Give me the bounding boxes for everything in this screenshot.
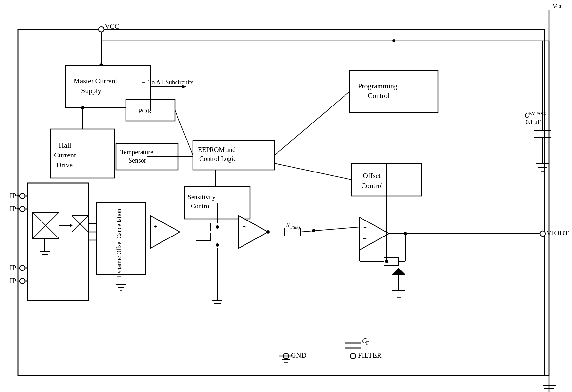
viout-label: VIOUT [547,229,569,237]
dynamic-offset-label: Dynamic Offset Cancellation [116,209,122,278]
ip-minus1-label: IP– [10,263,20,271]
svg-point-88 [81,106,84,109]
hall-label2: Current [54,151,76,159]
hall-label3: Drive [56,161,73,169]
ip-plus2-label: IP+ [10,204,20,213]
svg-point-5 [99,27,104,32]
offset-ctrl-label1: Offset [363,172,381,180]
amp2-minus: – [242,233,246,240]
prog-ctrl-label2: Control [368,91,390,100]
svg-point-24 [216,225,219,229]
ip-minus2-label: IP– [10,276,20,285]
gnd-label: GND [291,351,307,359]
ip-plus1-label: IP+ [10,191,20,200]
svg-point-95 [392,39,395,42]
sens-ctrl-label1: Sensitivity [188,193,216,201]
offset-ctrl-label2: Control [361,181,383,189]
svg-point-69 [20,265,25,270]
eeprom-label2: Control Logic [199,155,236,163]
temp-sensor-label2: Sensor [128,157,146,164]
cf-sub: F [366,340,369,346]
svg-rect-27 [196,233,211,241]
svg-rect-73 [28,183,88,301]
cbypass-val: 0.1 μF [526,119,541,125]
svg-point-65 [20,193,25,199]
svg-point-35 [540,231,545,236]
to-all-label: → To All Subcircuits [141,79,193,86]
svg-point-32 [312,229,315,232]
master-current-supply-label2: Supply [81,87,101,95]
filter-label: FILTER [358,351,382,359]
vcc-label: VCC [105,22,119,30]
eeprom-label1: EEPROM and [198,146,236,153]
prog-ctrl-label1: Programming [358,82,397,90]
cbypass-label: C [525,112,529,119]
amp3-minus: – [363,235,367,241]
master-current-supply-label: Master Current [74,77,117,85]
rf-int-label: R [286,222,290,228]
amp3-plus: + [363,224,367,231]
svg-point-67 [20,206,25,212]
svg-rect-12 [350,70,438,113]
amp1-minus: – [153,233,157,240]
vcc-top-sub: CC [556,4,563,9]
temp-sensor-label1: Temperature [120,148,153,156]
amp2-plus: + [243,223,246,230]
svg-point-120 [216,243,219,247]
rf-int-sub: F(int) [290,225,300,230]
amp1-plus: + [154,223,157,230]
svg-point-71 [20,278,25,284]
svg-rect-22 [196,223,211,231]
sens-ctrl-label2: Control [191,203,211,210]
hall-label1: Hall [59,141,71,149]
svg-point-97 [385,260,388,263]
cbypass-sub: BYPASS [529,111,546,116]
por-label: POR [138,107,152,115]
